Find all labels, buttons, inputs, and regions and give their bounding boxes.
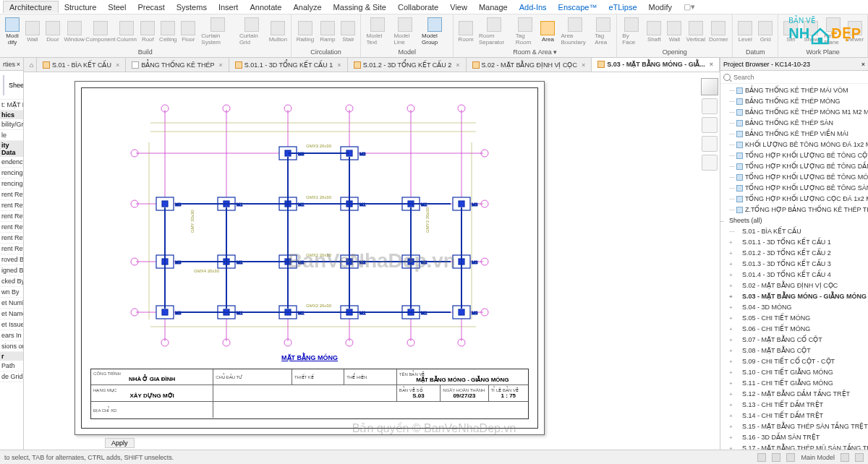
tree-schedule-item[interactable]: ⋯BẢNG THỐNG KÊ THÉP VIỀN MÁI	[720, 129, 868, 139]
tree-sheet-item[interactable]: +S.10 - CHI TIẾT GIẰNG MÓNG	[720, 367, 868, 378]
property-row[interactable]: et Issue Date09/27/23	[0, 319, 23, 330]
menu-tab-enscape[interactable]: Enscape™	[553, 1, 603, 13]
property-row[interactable]: cked ByChecker	[0, 276, 23, 287]
tree-schedule-item[interactable]: ⋯TỔNG HỢP KHỐI LƯỢNG BÊ TÔNG CỘT ĐÁ 1	[720, 150, 868, 161]
document-tab[interactable]: S.01.1 - 3D TỔNG KẾT CẤU 1×	[229, 58, 348, 72]
ribbon-ceiling-button[interactable]: Ceiling	[158, 20, 177, 43]
property-row[interactable]: rent Revision Issued	[0, 189, 23, 200]
ribbon-window-button[interactable]: Window	[64, 20, 85, 43]
ribbon-roomseparator-button[interactable]: Room Separator	[477, 17, 512, 46]
tree-schedule-item[interactable]: ⋯KHỐI LƯỢNG BÊ TÔNG MÓNG ĐÁ 1x2 M250	[720, 139, 868, 150]
property-row[interactable]: bility/Graphics Overrid...Edit...	[0, 119, 23, 130]
close-icon[interactable]: ×	[218, 61, 222, 69]
document-tab[interactable]: BẢNG THỐNG KÊ THÉP×	[126, 58, 229, 72]
home-tab[interactable]: ⌂	[24, 58, 37, 72]
property-row[interactable]: roved ByApprover	[0, 254, 23, 265]
property-row[interactable]: et NameMẶT BẰNG MÓNG - GIẰ...	[0, 309, 23, 319]
search-input[interactable]	[733, 74, 865, 81]
ribbon-expand-icon[interactable]: ▢▾	[684, 2, 695, 12]
tree-sheet-item[interactable]: +S.13 - CHI TIẾT DẦM TRỆT	[720, 400, 868, 411]
property-row[interactable]: rent Revision Descripti...	[0, 233, 23, 244]
close-icon[interactable]: ×	[456, 61, 459, 69]
property-row[interactable]: rent Revision Issued To	[0, 211, 23, 222]
tree-sheet-item[interactable]: +S.01.2 - 3D TỔNG KẾT CẤU 2	[720, 248, 868, 259]
menu-tab-modify[interactable]: Modify	[643, 1, 678, 13]
tree-sheet-item[interactable]: +S.15 - MẶT BẰNG THÉP SÀN TẦNG TRỆT	[720, 421, 868, 432]
menu-tab-insert[interactable]: Insert	[213, 1, 244, 13]
tree-sheets-node[interactable]: –Sheets (all)	[720, 215, 868, 226]
menu-tab-collaborate[interactable]: Collaborate	[392, 1, 444, 13]
menu-tab-precast[interactable]: Precast	[132, 1, 170, 13]
menu-tab-systems[interactable]: Systems	[171, 1, 213, 13]
tree-schedule-item[interactable]: ⋯BẢNG THỐNG KÊ THÉP MÁI VÒM	[720, 85, 868, 96]
tree-sheet-item[interactable]: ⋯S.01 - BÌA KẾT CẤU	[720, 226, 868, 237]
tree-sheet-item[interactable]: +S.08 - MẶT BẰNG CỘT	[720, 345, 868, 356]
tree-sheet-item[interactable]: +S.12 - MẶT BẰNG DẦM TẦNG TRỆT	[720, 389, 868, 400]
view-cube[interactable]	[701, 78, 718, 95]
nav-wheel-icon[interactable]	[702, 117, 718, 133]
tree-sheet-item[interactable]: +S.17 - MẶT BẰNG THÉP MŨ SÀN TẦNG TRỆT	[720, 443, 868, 450]
ribbon-column-button[interactable]: Column	[116, 20, 137, 43]
tree-sheet-item[interactable]: +S.07 - MẶT BẰNG CỔ CỘT	[720, 335, 868, 345]
ribbon-modelline-button[interactable]: Model Line	[392, 17, 418, 46]
ribbon-wall-button[interactable]: Wall	[23, 20, 42, 43]
property-row[interactable]: sions on SheetEdit...	[0, 341, 23, 352]
tree-sheet-item[interactable]: +S.09 - CHI TIẾT CỔ CỘT - CỘT	[720, 356, 868, 367]
document-tab[interactable]: S.01 - BÌA KẾT CẤU×	[37, 58, 126, 72]
tree-schedule-item[interactable]: ⋯BẢNG THỐNG KÊ THÉP MÓNG M1 M2 M3	[720, 107, 868, 118]
status-icon[interactable]	[841, 453, 849, 462]
ribbon-byface-button[interactable]: By Face	[620, 17, 643, 46]
property-row[interactable]: rent Revision Issued By	[0, 200, 23, 211]
apply-button[interactable]: Apply	[105, 438, 135, 448]
close-icon[interactable]: ×	[337, 61, 341, 69]
tree-sheet-item[interactable]: +S.01.1 - 3D TỔNG KẾT CẤU 1	[720, 237, 868, 248]
menu-tab-view[interactable]: View	[444, 1, 473, 13]
ribbon-level-button[interactable]: Level	[736, 20, 754, 43]
tree-sheet-item[interactable]: +S.01.3 - 3D TỔNG KẾT CẤU 3	[720, 259, 868, 270]
property-row[interactable]: endencyIndependent	[0, 157, 23, 168]
ribbon-ramp-button[interactable]: Ramp	[318, 20, 337, 43]
ribbon-mullion-button[interactable]: Mullion	[268, 20, 288, 43]
properties-header[interactable]: rties ×	[0, 58, 23, 71]
property-row[interactable]: le1 : 75	[0, 130, 23, 141]
property-row[interactable]: wn ByAuthor	[0, 287, 23, 298]
property-row[interactable]: de Grid<None>	[0, 371, 23, 382]
browser-header[interactable]: Project Browser - KC14-10-23 ×	[720, 58, 868, 71]
property-row[interactable]: et NumberS.03	[0, 298, 23, 309]
tree-schedule-item[interactable]: ⋯BẢNG THỐNG KÊ THÉP SÀN	[720, 118, 868, 129]
ribbon-modelgroup-button[interactable]: Model Group	[420, 17, 450, 46]
status-icon[interactable]	[757, 453, 766, 462]
ribbon-modi-button[interactable]: Modidify	[3, 17, 22, 46]
tree-sheet-item[interactable]: +S.01.4 - 3D TỔNG KẾT CẤU 4	[720, 270, 868, 280]
ribbon-floor-button[interactable]: Floor	[179, 20, 197, 43]
menu-tab-structure[interactable]: Structure	[59, 1, 103, 13]
menu-tab-manage[interactable]: Manage	[473, 1, 514, 13]
menu-tab-analyze[interactable]: Analyze	[287, 1, 327, 13]
tree-schedule-item[interactable]: ⋯TỔNG HỢP KHỐI LƯỢNG BÊ TÔNG SÀN	[720, 183, 868, 194]
ribbon-grid-button[interactable]: Grid	[756, 20, 775, 43]
browser-search[interactable]	[720, 71, 868, 84]
document-tab[interactable]: S.01.2 - 3D TỔNG KẾT CẤU 2×	[348, 58, 467, 72]
tree-sheet-item[interactable]: +S.04 - 3D MÓNG	[720, 302, 868, 313]
close-icon[interactable]: ×	[710, 61, 713, 68]
nav-home-icon[interactable]	[702, 98, 718, 114]
ribbon-areaboundary-button[interactable]: Area Boundary	[558, 17, 591, 46]
ribbon-room-button[interactable]: Room	[456, 20, 475, 43]
tree-schedule-item[interactable]: ⋯TỔNG HỢP KHỐI LƯỢNG BÊ TÔNG DẦM	[720, 161, 868, 172]
tree-schedule-item[interactable]: ⋯TỔNG HỢP KHỐI LƯỢNG CỌC ĐÁ 1x2 M250	[720, 194, 868, 205]
tree-sheet-item[interactable]: +S.14 - CHI TIẾT DẦM TRỆT	[720, 411, 868, 421]
ribbon-roof-button[interactable]: Roof	[138, 20, 157, 43]
menu-tab-architecture[interactable]: Architecture	[3, 1, 59, 13]
tree-sheet-item[interactable]: +S.06 - CHI TIẾT MÓNG	[720, 324, 868, 335]
close-icon[interactable]: ×	[17, 61, 20, 68]
menu-tab-etlipse[interactable]: eTLipse	[603, 1, 642, 13]
property-row[interactable]: ears In Sheet List	[0, 330, 23, 341]
tree-sheet-item[interactable]: +S.11 - CHI TIẾT GIẰNG MÓNG	[720, 378, 868, 389]
tree-sheet-item[interactable]: +S.16 - 3D DẦM SÀN TRỆT	[720, 432, 868, 443]
tree-sheet-item[interactable]: +S.05 - CHI TIẾT MÓNG	[720, 313, 868, 324]
ribbon-modeltext-button[interactable]: Model Text	[364, 17, 390, 46]
document-tab[interactable]: S.03 - MẶT BẰNG MÓNG - GIẰ...×	[592, 58, 720, 72]
tree-schedule-item[interactable]: ⋯BẢNG THỐNG KÊ THÉP MÓNG	[720, 96, 868, 107]
ribbon-wall-button[interactable]: Wall	[665, 20, 684, 43]
browser-tree[interactable]: ⋯BẢNG THỐNG KÊ THÉP MÁI VÒM⋯BẢNG THỐNG K…	[720, 84, 868, 450]
